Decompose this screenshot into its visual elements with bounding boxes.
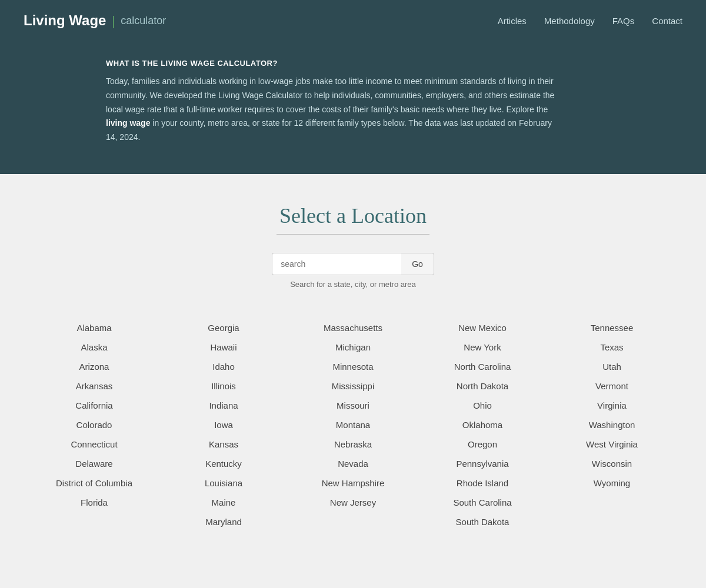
hero-section: WHAT IS THE LIVING WAGE CALCULATOR? Toda… — [0, 41, 706, 174]
state-link[interactable]: Indiana — [207, 396, 240, 415]
state-link[interactable]: Florida — [78, 493, 110, 512]
hero-content: WHAT IS THE LIVING WAGE CALCULATOR? Toda… — [106, 59, 565, 145]
state-link[interactable]: Missouri — [334, 396, 372, 415]
state-link[interactable]: California — [73, 396, 115, 415]
states-column-col4: New MexicoNew YorkNorth CarolinaNorth Da… — [418, 318, 547, 532]
hero-text: Today, families and individuals working … — [106, 75, 565, 145]
location-underline — [277, 234, 429, 235]
hero-bold: living wage — [106, 118, 150, 128]
state-link[interactable]: Montana — [334, 415, 372, 435]
search-input[interactable] — [272, 253, 401, 275]
state-link[interactable]: Michigan — [333, 338, 373, 357]
state-link[interactable]: Minnesota — [330, 357, 375, 376]
state-link[interactable]: New York — [461, 338, 503, 357]
state-link[interactable]: Massachusetts — [321, 318, 385, 338]
states-column-col2: GeorgiaHawaiiIdahoIllinoisIndianaIowaKan… — [159, 318, 288, 532]
state-link[interactable]: Kansas — [207, 435, 241, 454]
search-row: Go — [12, 253, 694, 275]
state-link[interactable]: Texas — [598, 338, 625, 357]
state-link[interactable]: South Dakota — [454, 512, 512, 532]
state-link[interactable]: Connecticut — [68, 435, 119, 454]
state-link[interactable]: Virginia — [595, 396, 629, 415]
state-link[interactable]: Kentucky — [203, 454, 244, 473]
state-link[interactable]: Pennsylvania — [454, 454, 511, 473]
state-link[interactable]: Nebraska — [332, 435, 374, 454]
site-header: Living Wage | calculator Articles Method… — [0, 0, 706, 41]
state-link[interactable]: Utah — [600, 357, 624, 376]
nav-methodology[interactable]: Methodology — [544, 16, 595, 26]
state-link[interactable]: New Hampshire — [319, 473, 387, 493]
state-link[interactable]: New Jersey — [328, 493, 378, 512]
state-link[interactable]: North Dakota — [454, 376, 511, 396]
search-button[interactable]: Go — [401, 253, 434, 275]
states-column-col1: AlabamaAlaskaArizonaArkansasCaliforniaCo… — [29, 318, 159, 532]
states-column-col3: MassachusettsMichiganMinnesotaMississipp… — [288, 318, 418, 532]
states-column-col5: TennesseeTexasUtahVermontVirginiaWashing… — [547, 318, 677, 532]
state-link[interactable]: Colorado — [74, 415, 115, 435]
state-link[interactable]: South Carolina — [451, 493, 514, 512]
state-link[interactable]: North Carolina — [452, 357, 514, 376]
nav-contact[interactable]: Contact — [652, 16, 682, 26]
state-link[interactable]: Rhode Island — [454, 473, 511, 493]
state-link[interactable]: Arizona — [77, 357, 112, 376]
logo-calculator-text: calculator — [121, 15, 166, 27]
state-link[interactable]: Hawaii — [208, 338, 239, 357]
state-link[interactable]: New Mexico — [456, 318, 509, 338]
state-link[interactable]: Arkansas — [74, 376, 115, 396]
state-link[interactable]: District of Columbia — [54, 473, 135, 493]
state-link[interactable]: Ohio — [471, 396, 494, 415]
logo-divider: | — [112, 13, 115, 29]
state-link[interactable]: Delaware — [73, 454, 115, 473]
search-hint: Search for a state, city, or metro area — [12, 280, 694, 289]
state-link[interactable]: Oklahoma — [460, 415, 505, 435]
state-link[interactable]: Idaho — [210, 357, 237, 376]
state-link[interactable]: Maryland — [203, 512, 244, 532]
state-link[interactable]: Wyoming — [591, 473, 632, 493]
state-link[interactable]: Maine — [209, 493, 238, 512]
state-link[interactable]: Vermont — [593, 376, 631, 396]
logo: Living Wage | calculator — [24, 12, 166, 29]
main-nav: Articles Methodology FAQs Contact — [498, 16, 682, 26]
state-link[interactable]: Wisconsin — [590, 454, 634, 473]
state-link[interactable]: Alaska — [78, 338, 109, 357]
states-grid: AlabamaAlaskaArizonaArkansasCaliforniaCo… — [29, 318, 677, 532]
state-link[interactable]: Alabama — [74, 318, 114, 338]
state-link[interactable]: Tennessee — [588, 318, 636, 338]
nav-articles[interactable]: Articles — [498, 16, 527, 26]
nav-faqs[interactable]: FAQs — [612, 16, 635, 26]
logo-living-text: Living Wage — [24, 12, 106, 29]
state-link[interactable]: Illinois — [209, 376, 238, 396]
state-link[interactable]: Washington — [587, 415, 638, 435]
state-link[interactable]: Oregon — [465, 435, 499, 454]
location-title: Select a Location — [12, 203, 694, 228]
hero-title: WHAT IS THE LIVING WAGE CALCULATOR? — [106, 59, 565, 68]
state-link[interactable]: Nevada — [335, 454, 371, 473]
state-link[interactable]: Georgia — [205, 318, 241, 338]
location-section: Select a Location Go Search for a state,… — [12, 203, 694, 289]
state-link[interactable]: Mississippi — [329, 376, 377, 396]
main-content: Select a Location Go Search for a state,… — [0, 174, 706, 567]
state-link[interactable]: Louisiana — [202, 473, 245, 493]
state-link[interactable]: Iowa — [212, 415, 235, 435]
state-link[interactable]: West Virginia — [584, 435, 640, 454]
